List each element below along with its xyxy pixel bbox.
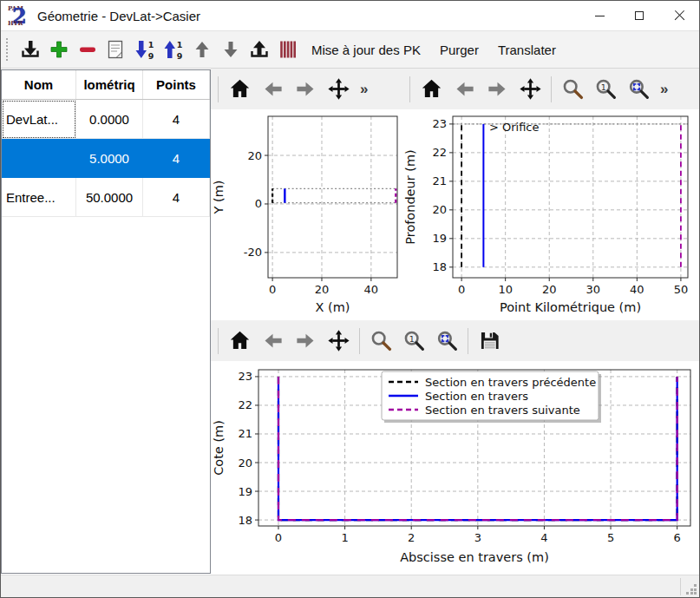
cross-section-toolbar <box>211 320 699 361</box>
purge-button[interactable]: Purger <box>430 35 488 64</box>
cell-pk[interactable]: 0.0000 <box>76 100 143 139</box>
home-icon <box>420 77 443 101</box>
column-header-pk[interactable]: lométriq <box>76 70 143 99</box>
sort-ascending-button[interactable] <box>159 35 187 64</box>
svg-text:20: 20 <box>238 457 252 470</box>
svg-text:19: 19 <box>432 232 447 245</box>
svg-text:2: 2 <box>408 531 415 544</box>
zoom-one-icon <box>402 329 426 352</box>
cell-nom[interactable] <box>2 139 76 178</box>
svg-text:21: 21 <box>238 427 252 440</box>
svg-text:19: 19 <box>238 485 252 498</box>
title-bar: PAM 2 HYR Géometrie - DevLat->Casier <box>1 1 699 30</box>
plan-view-chart[interactable]: 02040-20020X (m)Y (m) <box>211 109 402 318</box>
translate-button[interactable]: Translater <box>488 35 566 64</box>
move-down-button[interactable] <box>216 35 245 64</box>
pan-icon <box>327 329 350 352</box>
export-icon <box>248 38 271 61</box>
table-row[interactable]: Entree... 50.0000 4 <box>2 178 210 217</box>
cell-points[interactable]: 4 <box>143 139 210 178</box>
cell-nom[interactable]: Entree... <box>2 178 76 217</box>
column-header-points[interactable]: Points <box>143 70 210 99</box>
zoom-button[interactable] <box>364 325 397 358</box>
svg-text:> Orifice: > Orifice <box>489 121 540 134</box>
pan-button[interactable] <box>322 325 355 358</box>
charts-area: » 02040-20020X (m)Y (m) <box>211 69 699 575</box>
svg-text:20: 20 <box>542 283 557 296</box>
forward-button[interactable] <box>481 73 514 106</box>
svg-text:18: 18 <box>432 260 447 273</box>
pan-icon <box>519 77 542 101</box>
edit-button[interactable] <box>101 35 130 64</box>
edit-icon <box>105 38 128 61</box>
remove-button[interactable] <box>73 35 101 64</box>
svg-text:40: 40 <box>364 283 379 296</box>
move-down-icon <box>219 38 242 61</box>
back-button[interactable] <box>448 73 481 106</box>
sections-table: Nom lométriq Points DevLat... 0.0000 4 5… <box>1 69 211 574</box>
forward-button[interactable] <box>289 73 322 106</box>
cell-nom[interactable]: DevLat... <box>2 100 76 139</box>
svg-text:22: 22 <box>238 398 252 411</box>
add-button[interactable] <box>44 35 73 64</box>
home-button[interactable] <box>415 73 448 106</box>
import-button[interactable] <box>16 35 44 64</box>
svg-text:23: 23 <box>238 370 252 383</box>
svg-text:Section en travers: Section en travers <box>425 390 528 403</box>
maximize-button[interactable] <box>619 1 659 30</box>
move-up-icon <box>191 38 213 61</box>
close-button[interactable] <box>659 1 699 30</box>
svg-text:6: 6 <box>674 531 681 544</box>
structures-button[interactable] <box>273 35 302 64</box>
zoom-button[interactable] <box>556 73 589 106</box>
pan-button[interactable] <box>322 73 355 106</box>
save-figure-button[interactable] <box>473 325 506 358</box>
zoom-fit-button[interactable] <box>430 325 463 358</box>
cell-points[interactable]: 4 <box>143 178 210 217</box>
resize-grip[interactable] <box>686 584 697 595</box>
forward-icon <box>294 329 317 352</box>
home-button[interactable] <box>223 325 256 358</box>
window-title: Géometrie - DevLat->Casier <box>37 9 200 23</box>
svg-text:18: 18 <box>238 514 252 527</box>
update-pk-button[interactable]: Mise à jour des PK <box>302 35 430 64</box>
back-button[interactable] <box>256 73 289 106</box>
separator <box>218 76 219 102</box>
sort-descending-button[interactable] <box>130 35 159 64</box>
pan-button[interactable] <box>514 73 546 106</box>
back-button[interactable] <box>256 325 289 358</box>
table-row[interactable]: DevLat... 0.0000 4 <box>2 100 210 139</box>
toolbar-drag-handle[interactable] <box>6 38 10 61</box>
cell-pk[interactable]: 50.0000 <box>76 178 143 217</box>
forward-button[interactable] <box>289 325 322 358</box>
export-button[interactable] <box>245 35 273 64</box>
cross-section-chart[interactable]: 0123456181920212223Abscisse en travers (… <box>211 361 696 568</box>
maximize-icon <box>635 11 644 20</box>
home-button[interactable] <box>223 73 256 106</box>
cell-pk[interactable]: 5.0000 <box>76 139 143 178</box>
svg-text:20: 20 <box>247 149 262 162</box>
svg-text:0: 0 <box>275 531 282 544</box>
table-header: Nom lométriq Points <box>2 70 210 100</box>
toolbar-overflow-button[interactable]: » <box>660 81 668 98</box>
zoom-fit-button[interactable] <box>622 73 655 106</box>
toolbar-overflow-button[interactable]: » <box>360 81 368 98</box>
move-up-button[interactable] <box>187 35 216 64</box>
zoom-icon <box>561 77 585 101</box>
plan-view-toolbar: » <box>211 69 402 109</box>
svg-text:0: 0 <box>255 197 262 210</box>
svg-text:40: 40 <box>630 283 644 296</box>
profile-chart[interactable]: 01020304050181920212223Point Kilométriqu… <box>402 109 695 318</box>
svg-text:0: 0 <box>269 283 276 296</box>
minimize-button[interactable] <box>579 1 619 30</box>
save-icon <box>478 329 501 352</box>
column-header-nom[interactable]: Nom <box>2 70 76 99</box>
cross-section-panel: 0123456181920212223Abscisse en travers (… <box>211 320 699 568</box>
svg-text:X (m): X (m) <box>316 300 350 314</box>
zoom-one-button[interactable] <box>397 325 430 358</box>
cell-points[interactable]: 4 <box>143 100 210 139</box>
profile-toolbar: » <box>402 69 699 109</box>
zoom-one-button[interactable] <box>589 73 622 106</box>
table-row-selected[interactable]: 5.0000 4 <box>2 139 210 178</box>
svg-text:30: 30 <box>586 283 601 296</box>
